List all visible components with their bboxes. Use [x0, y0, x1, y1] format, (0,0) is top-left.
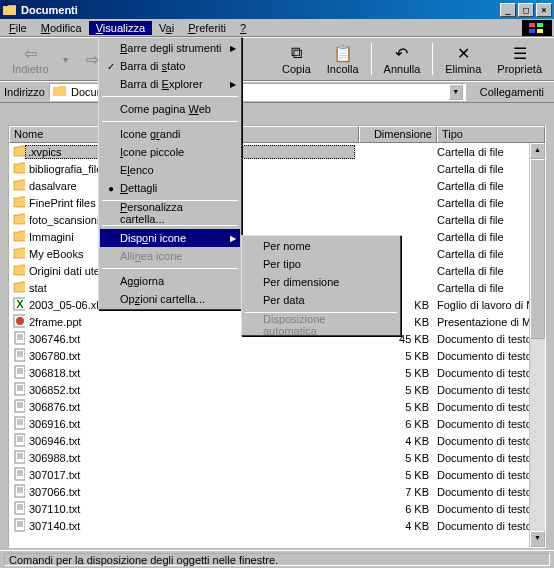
- menu-view[interactable]: Visualizza: [89, 21, 152, 35]
- arrange-submenu: Per nome Per tipo Per dimensione Per dat…: [241, 235, 401, 336]
- svg-rect-48: [15, 502, 25, 514]
- file-icon: [9, 348, 25, 364]
- back-icon: ⇦: [20, 43, 40, 63]
- file-row[interactable]: 306780.txt5 KBDocumento di testo: [9, 347, 545, 364]
- file-icon: [9, 382, 25, 398]
- file-name: 306916.txt: [25, 418, 355, 430]
- arrange-by-date[interactable]: Per data: [243, 291, 399, 309]
- file-icon: [9, 178, 25, 194]
- menu-list[interactable]: Elenco: [100, 161, 240, 179]
- file-row[interactable]: 307140.txt4 KBDocumento di testo: [9, 517, 545, 534]
- maximize-button[interactable]: □: [518, 3, 534, 17]
- file-row[interactable]: 307017.txt5 KBDocumento di testo: [9, 466, 545, 483]
- menu-statusbar[interactable]: ✓Barra di stato: [100, 57, 240, 75]
- svg-rect-32: [15, 434, 25, 446]
- svg-rect-16: [15, 366, 25, 378]
- paste-button[interactable]: 📋Incolla: [319, 41, 367, 77]
- scroll-down-button[interactable]: ▼: [530, 531, 545, 547]
- file-size: 5 KB: [355, 367, 433, 379]
- menu-favorites[interactable]: Preferiti: [181, 21, 233, 35]
- file-row[interactable]: dasalvareCartella di file: [9, 177, 545, 194]
- file-row[interactable]: 307066.txt7 KBDocumento di testo: [9, 483, 545, 500]
- arrange-by-type[interactable]: Per tipo: [243, 255, 399, 273]
- scroll-thumb[interactable]: [530, 159, 545, 339]
- menu-bar: File Modifica Visualizza Vai Preferiti ?: [0, 19, 554, 37]
- menu-separator: [102, 96, 238, 97]
- file-row[interactable]: 306946.txt4 KBDocumento di testo: [9, 432, 545, 449]
- svg-rect-20: [15, 383, 25, 395]
- menu-toolbars[interactable]: Barre degli strumenti▶: [100, 39, 240, 57]
- file-name: 306818.txt: [25, 367, 355, 379]
- menu-go[interactable]: Vai: [152, 21, 181, 35]
- menu-small-icons[interactable]: Icone piccole: [100, 143, 240, 161]
- column-headers: Nome Dimensione Tipo: [9, 126, 545, 143]
- arrange-by-size[interactable]: Per dimensione: [243, 273, 399, 291]
- separator: [432, 43, 433, 75]
- file-row[interactable]: 307110.txt6 KBDocumento di testo: [9, 500, 545, 517]
- file-row[interactable]: FinePrint filesCartella di file: [9, 194, 545, 211]
- file-icon: [9, 331, 25, 347]
- back-button[interactable]: ⇦Indietro: [4, 41, 57, 77]
- menu-explorerbar[interactable]: Barra di Explorer▶: [100, 75, 240, 93]
- address-bar: Indirizzo Documenti ▼ Collegamenti: [0, 81, 554, 103]
- file-icon: [9, 518, 25, 534]
- file-size: 5 KB: [355, 469, 433, 481]
- menu-edit[interactable]: Modifica: [34, 21, 89, 35]
- file-icon: [9, 144, 25, 160]
- file-row[interactable]: .xvpicsCartella di file: [9, 143, 545, 160]
- menu-details[interactable]: ●Dettagli: [100, 179, 240, 197]
- svg-rect-40: [15, 468, 25, 480]
- svg-rect-36: [15, 451, 25, 463]
- file-row[interactable]: foto_scansioniCartella di file: [9, 211, 545, 228]
- links-label[interactable]: Collegamenti: [474, 86, 550, 98]
- column-type[interactable]: Tipo: [437, 126, 545, 143]
- back-dropdown[interactable]: ▾: [57, 52, 75, 67]
- svg-rect-2: [529, 29, 535, 33]
- file-name: 306946.txt: [25, 435, 355, 447]
- menu-file[interactable]: File: [2, 21, 34, 35]
- copy-button[interactable]: ⧉Copia: [274, 41, 319, 77]
- file-row[interactable]: 306988.txt5 KBDocumento di testo: [9, 449, 545, 466]
- file-row[interactable]: 306852.txt5 KBDocumento di testo: [9, 381, 545, 398]
- delete-button[interactable]: ✕Elimina: [437, 41, 489, 77]
- arrange-by-name[interactable]: Per nome: [243, 237, 399, 255]
- scroll-up-button[interactable]: ▲: [530, 143, 545, 159]
- menu-customize[interactable]: Personalizza cartella...: [100, 204, 240, 222]
- file-size: 4 KB: [355, 520, 433, 532]
- menu-folder-options[interactable]: Opzioni cartella...: [100, 290, 240, 308]
- file-row[interactable]: 306818.txt5 KBDocumento di testo: [9, 364, 545, 381]
- menu-arrange-icons[interactable]: Disponi icone▶: [100, 229, 240, 247]
- file-name: 306852.txt: [25, 384, 355, 396]
- file-icon: [9, 212, 25, 228]
- window-title: Documenti: [21, 4, 498, 16]
- file-icon: [9, 246, 25, 262]
- svg-rect-0: [529, 23, 535, 27]
- folder-icon: [52, 84, 68, 100]
- column-size[interactable]: Dimensione: [359, 126, 437, 143]
- svg-rect-52: [15, 519, 25, 531]
- title-bar: Documenti _ □ ×: [0, 0, 554, 19]
- vertical-scrollbar[interactable]: ▲ ▼: [529, 143, 545, 547]
- windows-logo-icon: [522, 20, 552, 36]
- file-row[interactable]: bibliografia_fileCartella di file: [9, 160, 545, 177]
- menu-lineup: Allinea icone: [100, 247, 240, 265]
- file-row[interactable]: 306876.txt5 KBDocumento di testo: [9, 398, 545, 415]
- minimize-button[interactable]: _: [500, 3, 516, 17]
- menu-help[interactable]: ?: [233, 21, 253, 35]
- undo-icon: ↶: [392, 43, 412, 63]
- file-size: 4 KB: [355, 435, 433, 447]
- properties-button[interactable]: ☰Proprietà: [489, 41, 550, 77]
- menu-refresh[interactable]: Aggiorna: [100, 272, 240, 290]
- close-button[interactable]: ×: [536, 3, 552, 17]
- svg-rect-1: [537, 23, 543, 27]
- file-icon: [9, 229, 25, 245]
- file-row[interactable]: 306916.txt6 KBDocumento di testo: [9, 415, 545, 432]
- menu-large-icons[interactable]: Icone grandi: [100, 125, 240, 143]
- file-name: 306876.txt: [25, 401, 355, 413]
- separator: [371, 43, 372, 75]
- delete-icon: ✕: [453, 43, 473, 63]
- address-dropdown[interactable]: ▼: [449, 84, 463, 100]
- undo-button[interactable]: ↶Annulla: [376, 41, 429, 77]
- menu-webpage[interactable]: Come pagina Web: [100, 100, 240, 118]
- paste-icon: 📋: [333, 43, 353, 63]
